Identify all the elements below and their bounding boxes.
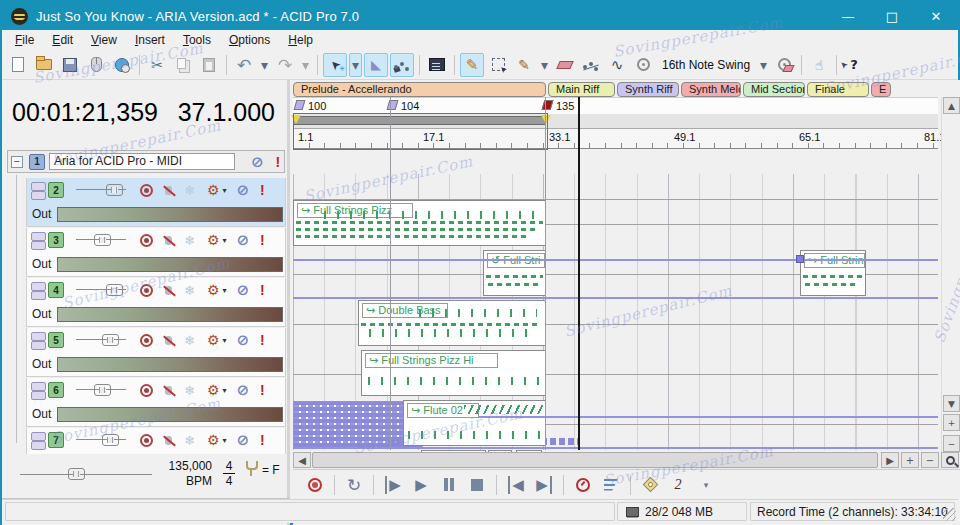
marker-count-button[interactable]: 2 xyxy=(665,473,691,497)
track-row-6[interactable]: 6❄⚙▾⊘!Out xyxy=(26,378,286,427)
master-track-name-field[interactable]: Aria for ACID Pro - MIDI xyxy=(49,153,235,170)
envelope-node[interactable] xyxy=(796,255,804,263)
settings-dropdown-icon[interactable]: ▾ xyxy=(222,186,226,195)
settings-dropdown-icon[interactable]: ▾ xyxy=(222,386,226,395)
input-muted-icon[interactable] xyxy=(162,184,176,197)
bpm-value[interactable]: 135,000 xyxy=(154,459,212,474)
output-meter[interactable] xyxy=(57,207,283,222)
output-meter[interactable] xyxy=(57,357,283,372)
groove-erase-button[interactable] xyxy=(772,53,796,77)
output-meter[interactable] xyxy=(57,307,283,322)
menu-tools[interactable]: Tools xyxy=(174,31,220,49)
freeze-icon[interactable]: ❄ xyxy=(184,433,195,448)
horizontal-scroll-thumb[interactable] xyxy=(312,452,878,468)
play-button[interactable]: ▶ xyxy=(408,473,434,497)
track-solo-icon[interactable]: ! xyxy=(260,382,265,398)
open-button[interactable] xyxy=(32,53,56,77)
volume-slider-thumb[interactable] xyxy=(106,184,123,196)
scroll-left-icon[interactable]: ◀ xyxy=(293,452,311,468)
go-to-end-button[interactable]: ▶ xyxy=(531,473,557,497)
track-size-icon[interactable] xyxy=(31,382,44,399)
menu-help[interactable]: Help xyxy=(279,31,322,49)
track-mute-icon[interactable]: ⊘ xyxy=(236,181,249,199)
clip-double-bass[interactable]: ↪Double Bass xyxy=(358,300,546,346)
track-settings-icon[interactable]: ⚙ xyxy=(207,232,220,248)
tempo-marker-100[interactable]: 100 xyxy=(295,100,326,112)
time-stretch-button[interactable]: ∿ xyxy=(605,53,629,77)
record-arm-icon[interactable] xyxy=(140,334,153,347)
track-solo-icon[interactable]: ! xyxy=(260,432,265,448)
record-arm-icon[interactable] xyxy=(140,384,153,397)
cut-button[interactable]: ✂ xyxy=(145,53,169,77)
track-number[interactable]: 4 xyxy=(48,282,64,298)
zoom-in-time-button[interactable]: + xyxy=(901,452,919,468)
paint-tool-dropdown[interactable]: ▾ xyxy=(538,53,551,77)
groove-dropdown[interactable]: ▾ xyxy=(757,53,770,77)
track-number[interactable]: 3 xyxy=(48,232,64,248)
freeze-icon[interactable]: ❄ xyxy=(184,283,195,298)
menu-options[interactable]: Options xyxy=(220,31,279,49)
undo-dropdown[interactable]: ▾ xyxy=(258,53,271,77)
scroll-up-icon[interactable]: ▲ xyxy=(943,97,960,114)
clip-flute-02[interactable]: ↪Flute 02 xyxy=(403,400,546,446)
output-meter[interactable] xyxy=(57,407,283,422)
metronome-button[interactable] xyxy=(570,473,596,497)
volume-slider[interactable] xyxy=(76,184,126,196)
input-muted-icon[interactable] xyxy=(162,434,176,447)
scroll-right-icon[interactable]: ▶ xyxy=(881,452,899,468)
settings-dropdown-icon[interactable]: ▾ xyxy=(222,336,226,345)
input-muted-icon[interactable] xyxy=(162,384,176,397)
publish-button[interactable] xyxy=(84,53,108,77)
clip-full-strings-pizz[interactable]: ↪Full Strings Pizz xyxy=(293,200,546,246)
track-size-icon[interactable] xyxy=(31,432,44,449)
track-number[interactable]: 7 xyxy=(48,432,64,448)
stop-button[interactable] xyxy=(464,473,490,497)
track-row-2[interactable]: 2❄⚙▾⊘!Out xyxy=(26,178,286,227)
volume-slider-thumb[interactable] xyxy=(106,284,123,296)
track-settings-icon[interactable]: ⚙ xyxy=(207,182,220,198)
track-mute-icon[interactable]: ⊘ xyxy=(236,381,249,399)
undo-button[interactable]: ↶ xyxy=(232,53,256,77)
tempo-marker-104[interactable]: 104 xyxy=(388,100,419,112)
volume-slider[interactable] xyxy=(76,434,126,446)
freeze-icon[interactable]: ❄ xyxy=(184,383,195,398)
master-track-number[interactable]: 1 xyxy=(29,154,45,170)
resize-grip[interactable] xyxy=(943,508,956,521)
track-settings-icon[interactable]: ⚙ xyxy=(207,282,220,298)
scroll-down-icon[interactable]: ▼ xyxy=(943,395,960,412)
track-number[interactable]: 2 xyxy=(48,182,64,198)
menu-insert[interactable]: Insert xyxy=(126,31,174,49)
zoom-tool-button[interactable] xyxy=(941,452,959,468)
freeze-icon[interactable]: ❄ xyxy=(184,233,195,248)
marker-tool-button[interactable] xyxy=(637,473,663,497)
track-number[interactable]: 5 xyxy=(48,332,64,348)
vertical-scrollbar[interactable]: ▲ ▼ + − xyxy=(941,97,960,453)
track-settings-icon[interactable]: ⚙ xyxy=(207,382,220,398)
volume-slider[interactable] xyxy=(76,334,126,346)
whats-this-button[interactable]: ☝ xyxy=(807,53,831,77)
horizontal-scrollbar[interactable]: ◀ ▶ + − xyxy=(293,452,960,469)
track-mute-icon[interactable]: ⊘ xyxy=(236,331,249,349)
menu-edit[interactable]: Edit xyxy=(43,31,82,49)
track-number[interactable]: 6 xyxy=(48,382,64,398)
input-muted-icon[interactable] xyxy=(162,234,176,247)
track-settings-icon[interactable]: ⚙ xyxy=(207,332,220,348)
record-arm-icon[interactable] xyxy=(140,184,153,197)
title-bar[interactable]: Just So You Know - ARIA Version.acd * - … xyxy=(2,2,958,30)
tempo-marker-135[interactable]: 135 xyxy=(543,100,574,112)
track-solo-icon[interactable]: ! xyxy=(260,282,265,298)
close-button[interactable]: ✕ xyxy=(914,2,958,30)
section-tab-synth-riff[interactable]: Synth Riff xyxy=(617,82,679,97)
record-arm-icon[interactable] xyxy=(140,284,153,297)
track-size-icon[interactable] xyxy=(31,282,44,299)
record-arm-icon[interactable] xyxy=(140,234,153,247)
erase-tool-button[interactable] xyxy=(553,53,577,77)
track-solo-icon[interactable]: ! xyxy=(260,182,265,198)
lock-envelopes-button[interactable] xyxy=(390,53,414,77)
freeze-icon[interactable]: ❄ xyxy=(184,183,195,198)
track-mute-icon[interactable]: ⊘ xyxy=(236,431,249,449)
track-size-icon[interactable] xyxy=(31,332,44,349)
pause-button[interactable] xyxy=(436,473,462,497)
settings-dropdown-icon[interactable]: ▾ xyxy=(222,436,226,445)
clip-full-strings-pizz-hi[interactable]: ↪Full Strings Pizz Hi xyxy=(361,350,546,396)
